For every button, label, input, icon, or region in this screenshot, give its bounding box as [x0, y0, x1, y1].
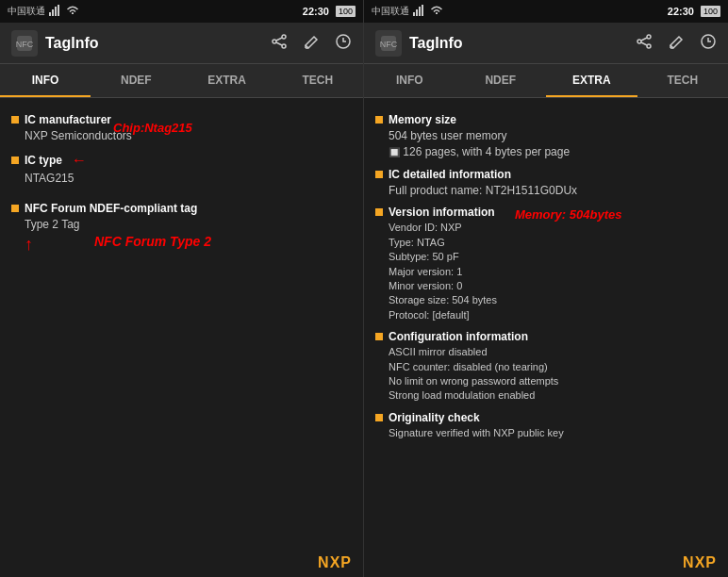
right-memory-title: Memory size	[389, 113, 456, 126]
svg-line-23	[641, 38, 647, 41]
left-bullet-1	[11, 116, 19, 124]
svg-point-6	[282, 35, 286, 39]
right-version-value: Vendor ID: NXP Type: NTAG Subtype: 50 pF…	[389, 221, 717, 322]
right-originality-header: Originality check	[375, 411, 717, 424]
right-version-title: Version information	[389, 206, 495, 219]
left-title-left: NFC TagInfo	[11, 30, 99, 57]
svg-point-20	[647, 35, 651, 39]
right-config-value: ASCII mirror disabled NFC counter: disab…	[389, 345, 717, 404]
right-title-actions	[636, 33, 717, 54]
left-bottom-logo: NXP	[0, 549, 363, 577]
right-status-right: 22:30 100	[668, 6, 720, 17]
left-status-left: 中国联通	[8, 5, 79, 18]
right-ic-detailed-header: IC detailed information	[375, 168, 717, 181]
left-phone-screen: 中国联通 22:30 100 NFC TagInfo	[0, 0, 364, 577]
right-battery-icon: 100	[701, 6, 720, 17]
right-title-left: NFC TagInfo	[375, 30, 463, 57]
right-status-left: 中国联通	[372, 5, 443, 18]
right-tab-info[interactable]: INFO	[364, 64, 455, 97]
svg-text:NFC: NFC	[380, 40, 398, 49]
right-tab-extra[interactable]: EXTRA	[546, 64, 637, 97]
left-battery-icon: 100	[336, 6, 356, 17]
left-wifi-icon	[66, 5, 79, 18]
right-bullet-3	[375, 208, 383, 216]
right-ic-detailed-value: Full product name: NT2H1511G0DUx	[389, 183, 717, 199]
right-time: 22:30	[668, 6, 694, 17]
right-tab-bar: INFO NDEF EXTRA TECH	[364, 64, 728, 98]
right-tab-tech[interactable]: TECH	[637, 64, 729, 97]
svg-line-9	[276, 38, 282, 41]
left-ic-manufacturer-title: IC manufacturer	[25, 113, 111, 126]
left-status-right: 22:30 100	[303, 6, 356, 17]
right-config-header: Configuration information	[375, 330, 717, 343]
left-arrow-chip: ←	[72, 152, 87, 169]
left-ic-type-header: IC type ←	[11, 152, 352, 169]
svg-point-7	[282, 44, 286, 48]
left-nfc-forum-value: Type 2 Tag	[25, 217, 352, 233]
left-nxp-logo: NXP	[318, 554, 352, 571]
left-signal-icon	[49, 5, 62, 18]
left-time: 22:30	[303, 6, 329, 17]
svg-line-10	[276, 42, 282, 45]
right-carrier: 中国联通	[372, 5, 409, 18]
svg-point-21	[647, 44, 651, 48]
right-version-header: Version information	[375, 206, 717, 219]
left-ic-type-title: IC type	[25, 154, 62, 167]
left-annotation-chip: Chip:Ntag215	[113, 121, 192, 135]
left-edit-icon[interactable]	[303, 33, 320, 54]
svg-rect-1	[52, 9, 54, 16]
right-phone-screen: 中国联通 22:30 100 NFC TagInfo	[364, 0, 728, 577]
left-title-actions	[271, 33, 352, 54]
svg-rect-3	[58, 5, 59, 16]
right-originality-value: Signature verified with NXP public key	[389, 426, 717, 440]
right-memory-header: Memory size	[375, 113, 717, 126]
right-history-icon[interactable]	[700, 33, 717, 54]
left-nfc-forum-title: NFC Forum NDEF-compliant tag	[25, 202, 197, 215]
left-history-icon[interactable]	[335, 33, 352, 54]
right-tab-ndef[interactable]: NDEF	[455, 64, 547, 97]
svg-rect-0	[49, 12, 51, 16]
left-nfc-forum-header: NFC Forum NDEF-compliant tag	[11, 202, 352, 215]
svg-text:NFC: NFC	[16, 40, 34, 49]
right-app-title: TagInfo	[409, 35, 463, 52]
left-app-icon: NFC	[11, 30, 38, 57]
right-ic-detailed-title: IC detailed information	[389, 168, 511, 181]
right-app-icon: NFC	[375, 30, 402, 57]
left-share-icon[interactable]	[271, 33, 288, 54]
svg-rect-17	[422, 5, 423, 16]
svg-point-22	[637, 40, 641, 43]
right-config-title: Configuration information	[389, 330, 528, 343]
svg-rect-2	[55, 7, 57, 16]
left-carrier: 中国联通	[8, 5, 45, 18]
left-tab-ndef[interactable]: NDEF	[91, 64, 181, 97]
left-app-title: TagInfo	[45, 35, 99, 52]
left-content: IC manufacturer NXP Semiconductors IC ty…	[0, 98, 363, 549]
left-bullet-3	[11, 205, 19, 212]
svg-line-24	[641, 42, 647, 45]
right-originality-title: Originality check	[389, 411, 480, 424]
left-ic-type-value: NTAG215	[25, 171, 352, 187]
svg-rect-16	[419, 7, 421, 16]
right-edit-icon[interactable]	[668, 33, 685, 54]
left-tab-tech[interactable]: TECH	[273, 64, 363, 97]
left-tab-extra[interactable]: EXTRA	[182, 64, 273, 97]
right-bullet-2	[375, 171, 383, 178]
right-bullet-5	[375, 414, 383, 421]
svg-rect-14	[413, 12, 415, 16]
right-bullet-1	[375, 116, 383, 124]
right-title-bar: NFC TagInfo	[364, 23, 728, 64]
right-nxp-logo: NXP	[683, 554, 717, 571]
left-status-bar: 中国联通 22:30 100	[0, 0, 363, 23]
left-tab-info[interactable]: INFO	[0, 64, 91, 97]
svg-rect-15	[416, 9, 418, 16]
left-title-bar: NFC TagInfo	[0, 23, 363, 64]
left-bullet-2	[11, 157, 19, 164]
right-share-icon[interactable]	[636, 33, 653, 54]
right-status-bar: 中国联通 22:30 100	[364, 0, 728, 23]
right-wifi-icon	[430, 5, 443, 18]
right-bullet-4	[375, 333, 383, 340]
left-annotation-nfc: NFC Forum Type 2	[94, 234, 211, 249]
right-signal-icon	[413, 5, 426, 18]
left-tab-bar: INFO NDEF EXTRA TECH	[0, 64, 363, 98]
svg-point-8	[273, 40, 276, 43]
